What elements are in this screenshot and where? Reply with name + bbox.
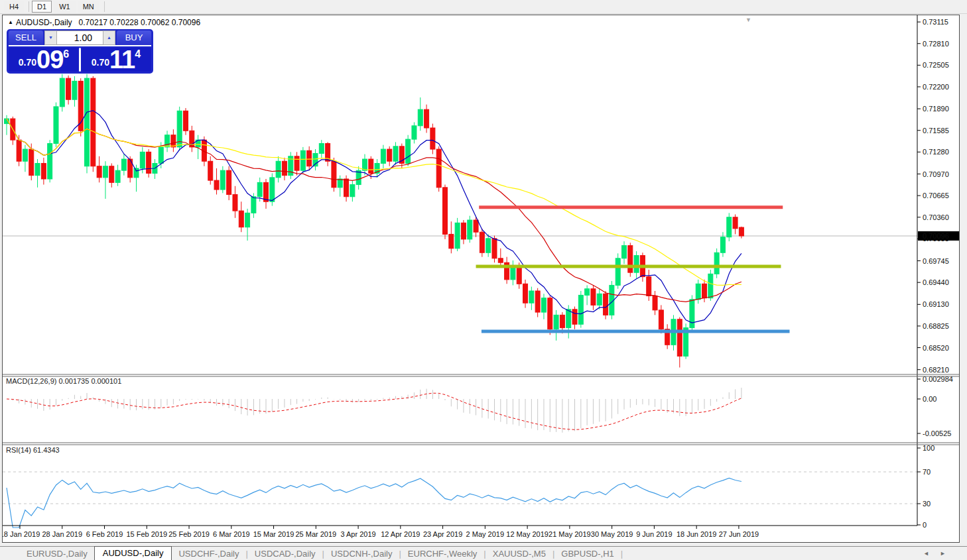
sell-price-sup: 6 xyxy=(63,48,69,60)
tab-usdchf-daily[interactable]: USDCHF-,Daily xyxy=(172,548,245,559)
timeframe-button-h4[interactable]: H4 xyxy=(4,1,24,13)
svg-text:30: 30 xyxy=(923,500,931,508)
svg-text:28 Jan 2019: 28 Jan 2019 xyxy=(42,530,82,538)
svg-text:0.69745: 0.69745 xyxy=(923,257,949,265)
svg-text:0.71280: 0.71280 xyxy=(923,148,949,156)
svg-text:0.72810: 0.72810 xyxy=(923,40,949,48)
macd-pane: 0.0029840.00-0.00525 xyxy=(7,375,953,437)
svg-text:0.70360: 0.70360 xyxy=(923,213,949,221)
tab-eurusd-daily[interactable]: EURUSD-,Daily xyxy=(20,548,94,559)
svg-text:18 Jan 2019: 18 Jan 2019 xyxy=(3,530,40,538)
toolbar-separator xyxy=(29,1,29,12)
sell-price-prefix: 0.70 xyxy=(19,57,36,68)
svg-text:0.68825: 0.68825 xyxy=(923,322,949,330)
svg-text:6 Feb 2019: 6 Feb 2019 xyxy=(86,530,123,538)
sell-price-big: 09 xyxy=(36,50,63,70)
svg-text:0.00: 0.00 xyxy=(923,395,936,403)
ma-lines xyxy=(7,111,741,323)
tab-usdcad-daily[interactable]: USDCAD-,Daily xyxy=(248,548,322,559)
trade-panel-expand-icon[interactable]: ▲ xyxy=(8,19,13,25)
volume-decrease-button[interactable]: ▼ xyxy=(44,30,57,45)
macd-label: MACD(12,26,9) 0.001735 0.000101 xyxy=(6,377,121,385)
svg-text:0.71585: 0.71585 xyxy=(923,127,949,135)
fast-ma-line xyxy=(7,111,741,323)
svg-text:-0.00525: -0.00525 xyxy=(923,429,951,437)
rsi-label: RSI(14) 61.4343 xyxy=(6,446,60,454)
svg-text:21 May 2019: 21 May 2019 xyxy=(548,530,591,538)
date-axis: 18 Jan 201928 Jan 20196 Feb 201915 Feb 2… xyxy=(3,526,759,538)
chart-window: 0.731150.728100.725050.722000.718900.715… xyxy=(2,15,960,543)
candlestick-layer xyxy=(5,74,744,368)
one-click-trade-panel: SELL ▼ ▲ BUY 0.70096 0.70114 xyxy=(7,29,153,74)
toolbar-separator xyxy=(104,1,105,12)
svg-text:15 Feb 2019: 15 Feb 2019 xyxy=(126,530,167,538)
svg-text:9 Jun 2019: 9 Jun 2019 xyxy=(636,530,672,538)
tab-gbpusd-h1[interactable]: GBPUSD-,H1 xyxy=(554,548,620,559)
buy-price-big: 11 xyxy=(109,50,135,70)
timeframe-button-mn[interactable]: MN xyxy=(78,1,99,13)
svg-text:0.72200: 0.72200 xyxy=(923,83,949,91)
svg-text:100: 100 xyxy=(923,444,935,452)
svg-text:3 Apr 2019: 3 Apr 2019 xyxy=(340,530,375,538)
price-axis: 0.731150.728100.725050.722000.718900.715… xyxy=(917,18,959,374)
volume-input[interactable] xyxy=(57,30,103,45)
svg-text:0.70665: 0.70665 xyxy=(923,192,949,199)
chart-title: ▲AUDUSD-,Daily0.70217 0.70228 0.70062 0.… xyxy=(8,18,200,27)
svg-text:27 Jun 2019: 27 Jun 2019 xyxy=(719,530,759,538)
tabs-scroll-left-icon[interactable]: ◄ xyxy=(923,550,929,557)
svg-text:2 May 2019: 2 May 2019 xyxy=(466,530,504,538)
svg-text:12 May 2019: 12 May 2019 xyxy=(506,530,548,538)
rsi-line xyxy=(7,478,741,528)
ohlc-values: 0.70217 0.70228 0.70062 0.70096 xyxy=(79,18,201,27)
svg-text:0.69130: 0.69130 xyxy=(923,300,949,308)
svg-text:30 May 2019: 30 May 2019 xyxy=(591,530,633,538)
symbol-tabbar: ◄ ► EURUSD-,DailyAUDUSD-,DailyUSDCHF-,Da… xyxy=(0,546,967,560)
svg-text:0.70970: 0.70970 xyxy=(923,170,949,178)
svg-text:0.69440: 0.69440 xyxy=(923,278,949,286)
svg-text:0.73115: 0.73115 xyxy=(923,18,948,26)
chart-canvas[interactable]: 0.731150.728100.725050.722000.718900.715… xyxy=(3,15,959,542)
svg-text:12 Apr 2019: 12 Apr 2019 xyxy=(381,530,420,538)
tab-eurchf-weekly[interactable]: EURCHF-,Weekly xyxy=(401,548,484,559)
mid-ma-line xyxy=(7,119,741,302)
tab-xauusd-m5[interactable]: XAUUSD-,M5 xyxy=(486,548,552,559)
svg-text:70: 70 xyxy=(923,468,931,476)
tabs-scroll-right-icon[interactable]: ► xyxy=(940,550,946,557)
symbol-period-label: AUDUSD-,Daily xyxy=(16,18,72,27)
panel-collapse-icon[interactable]: ▼ xyxy=(745,17,751,23)
svg-text:25 Feb 2019: 25 Feb 2019 xyxy=(168,530,210,538)
svg-text:0.70096: 0.70096 xyxy=(923,232,949,240)
timeframe-button-d1[interactable]: D1 xyxy=(32,1,52,13)
rsi-pane: 10070300 xyxy=(3,444,935,529)
svg-text:15 Mar 2019: 15 Mar 2019 xyxy=(253,530,294,538)
sell-button[interactable]: SELL xyxy=(9,30,43,45)
svg-text:0: 0 xyxy=(923,521,927,529)
buy-price-sup: 4 xyxy=(135,48,141,60)
tab-usdcnh-daily[interactable]: USDCNH-,Daily xyxy=(324,548,399,559)
svg-text:0.72505: 0.72505 xyxy=(923,61,949,69)
buy-button[interactable]: BUY xyxy=(117,30,151,45)
volume-increase-button[interactable]: ▲ xyxy=(103,30,115,45)
pane-borders xyxy=(3,15,959,526)
tab-audusd-daily[interactable]: AUDUSD-,Daily xyxy=(94,546,172,560)
buy-price[interactable]: 0.70114 xyxy=(81,48,151,72)
sell-price[interactable]: 0.70096 xyxy=(9,48,79,72)
timeframe-toolbar: H4 D1 W1 MN xyxy=(0,0,967,14)
svg-text:0.71890: 0.71890 xyxy=(923,105,949,113)
svg-text:25 Mar 2019: 25 Mar 2019 xyxy=(295,530,336,538)
tab-separator: | xyxy=(621,549,623,559)
svg-text:6 Mar 2019: 6 Mar 2019 xyxy=(213,530,250,538)
svg-text:0.68210: 0.68210 xyxy=(923,366,949,374)
svg-text:0.68520: 0.68520 xyxy=(923,344,949,352)
svg-text:18 Jun 2019: 18 Jun 2019 xyxy=(677,530,717,538)
macd-signal-line xyxy=(7,393,741,429)
svg-text:23 Apr 2019: 23 Apr 2019 xyxy=(423,530,462,538)
buy-price-prefix: 0.70 xyxy=(92,57,109,68)
timeframe-button-w1[interactable]: W1 xyxy=(54,1,76,13)
